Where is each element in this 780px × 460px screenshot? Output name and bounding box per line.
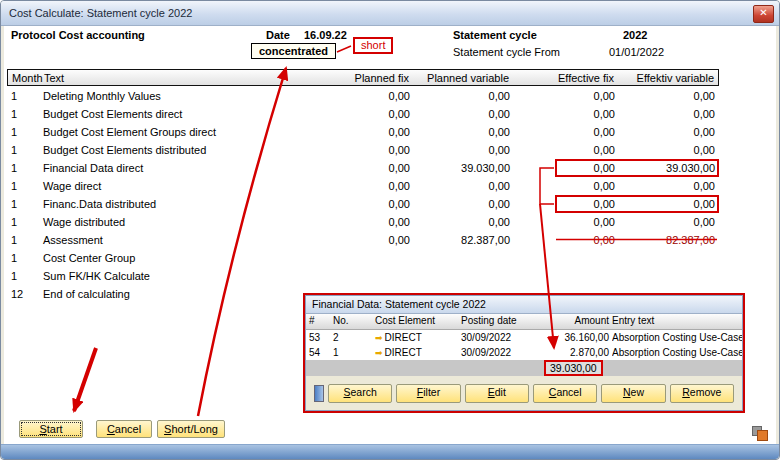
popup-corner-button[interactable] bbox=[314, 385, 324, 402]
cell-effective-fix: 0,00 bbox=[514, 213, 619, 231]
cell-planned-fix bbox=[329, 249, 414, 267]
app-window: Cost Calculate: Statement cycle 2022 ✕ P… bbox=[0, 0, 780, 460]
cell-planned-fix: 0,00 bbox=[329, 231, 414, 249]
date-label: Date bbox=[266, 29, 290, 41]
cost-element-text: DIRECT bbox=[385, 332, 422, 343]
cell-effektiv-variable: 0,00 bbox=[619, 87, 719, 105]
cell-planned-fix: 0,00 bbox=[329, 195, 414, 213]
search-button-label: Search bbox=[329, 385, 391, 400]
cell-effective-fix: 0,00 bbox=[514, 123, 619, 141]
table-row[interactable]: 1 Sum FK/HK Calculate bbox=[7, 267, 719, 285]
cell-effective-fix: 0,00 bbox=[514, 231, 619, 249]
annotation-short-label: short bbox=[353, 37, 393, 54]
popup-title-bar: Financial Data: Statement cycle 2022 bbox=[306, 296, 742, 314]
popup-sum-value: 39.030,00 bbox=[544, 360, 603, 376]
popup-table-row[interactable]: 53 2 ➡DIRECT 30/09/2022 36.160,00 Absorp… bbox=[306, 330, 742, 345]
protocol-title: Protocol Cost accounting bbox=[11, 29, 145, 41]
statement-cycle-from-label: Statement cycle From bbox=[453, 46, 560, 58]
table-row[interactable]: 1 Budget Cost Element Groups direct 0,00… bbox=[7, 123, 719, 141]
popup-cell-id: 54 bbox=[306, 345, 330, 360]
cell-month: 1 bbox=[7, 267, 41, 285]
table-row[interactable]: 1 Budget Cost Elements distributed 0,00 … bbox=[7, 141, 719, 159]
cell-effective-fix: 0,00 bbox=[514, 87, 619, 105]
short-long-button-label: Short/Long bbox=[158, 421, 224, 437]
start-button-label: Start bbox=[20, 421, 82, 437]
popup-cancel-button-label: Cancel bbox=[534, 385, 596, 400]
popup-cell-posting-date: 30/09/2022 bbox=[458, 330, 550, 345]
cell-effective-fix: 0,00 bbox=[514, 105, 619, 123]
cell-planned-variable bbox=[414, 249, 514, 267]
cell-month: 12 bbox=[7, 285, 41, 303]
cell-planned-variable: 0,00 bbox=[414, 87, 514, 105]
filter-button-label: Filter bbox=[397, 385, 459, 400]
table-row[interactable]: 1 Budget Cost Elements direct 0,00 0,00 … bbox=[7, 105, 719, 123]
table-row[interactable]: 1 Wage direct 0,00 0,00 0,00 0,00 bbox=[7, 177, 719, 195]
table-row[interactable]: 1 Financ.Data distributed 0,00 0,00 0,00… bbox=[7, 195, 719, 213]
popup-col-no: No. bbox=[330, 314, 372, 329]
col-effektiv-variable: Effektiv variable bbox=[618, 70, 718, 86]
cell-text: Financial Data direct bbox=[41, 159, 329, 177]
popup-cell-cost-element: ➡DIRECT bbox=[372, 345, 458, 360]
window-bottom-bar bbox=[1, 444, 779, 459]
popup-col-posting-date: Posting date bbox=[458, 314, 550, 329]
cell-effektiv-variable: 39.030,00 bbox=[619, 159, 719, 177]
cell-month: 1 bbox=[7, 195, 41, 213]
cell-text: Budget Cost Elements direct bbox=[41, 105, 329, 123]
table-row[interactable]: 1 Financial Data direct 0,00 39.030,00 0… bbox=[7, 159, 719, 177]
popup-cell-entry-text: Absorption Costing Use-Case bbox=[612, 345, 742, 360]
cell-planned-variable: 0,00 bbox=[414, 105, 514, 123]
cell-month: 1 bbox=[7, 123, 41, 141]
statement-cycle-label: Statement cycle bbox=[453, 29, 537, 41]
start-button[interactable]: Start bbox=[19, 420, 83, 438]
cell-effektiv-variable bbox=[619, 267, 719, 285]
popup-cell-no: 2 bbox=[330, 330, 372, 345]
popup-col-id: # bbox=[306, 314, 330, 329]
cost-element-text: DIRECT bbox=[385, 347, 422, 358]
cell-effective-fix bbox=[514, 267, 619, 285]
mode-field: concentrated bbox=[251, 43, 336, 59]
table-row[interactable]: 1 Cost Center Group bbox=[7, 249, 719, 267]
popup-table-row[interactable]: 54 1 ➡DIRECT 30/09/2022 2.870,00 Absorpt… bbox=[306, 345, 742, 360]
resize-grip-icon[interactable] bbox=[751, 425, 769, 442]
remove-button-label: Remove bbox=[671, 385, 733, 400]
cell-month: 1 bbox=[7, 213, 41, 231]
popup-col-cost-element: Cost Element bbox=[372, 314, 458, 329]
cancel-button[interactable]: Cancel bbox=[96, 420, 152, 438]
cell-planned-fix: 0,00 bbox=[329, 213, 414, 231]
popup-cell-id: 53 bbox=[306, 330, 330, 345]
cell-text: Wage distributed bbox=[41, 213, 329, 231]
col-month: Month bbox=[8, 70, 42, 86]
popup-table-header: # No. Cost Element Posting date Amount E… bbox=[306, 314, 742, 330]
table-row[interactable]: 1 Wage distributed 0,00 0,00 0,00 0,00 bbox=[7, 213, 719, 231]
cell-planned-variable: 0,00 bbox=[414, 213, 514, 231]
col-planned-variable: Planned variable bbox=[413, 70, 513, 86]
cell-planned-fix: 0,00 bbox=[329, 141, 414, 159]
cell-text: Financ.Data distributed bbox=[41, 195, 329, 213]
cell-effective-fix bbox=[514, 249, 619, 267]
popup-col-entry-text: Entry text bbox=[612, 314, 742, 329]
cell-text: Sum FK/HK Calculate bbox=[41, 267, 329, 285]
new-button[interactable]: New bbox=[601, 384, 665, 403]
window-title: Cost Calculate: Statement cycle 2022 bbox=[9, 7, 192, 19]
date-value: 16.09.22 bbox=[304, 29, 347, 41]
cell-planned-variable: 0,00 bbox=[414, 195, 514, 213]
search-button[interactable]: Search bbox=[328, 384, 392, 403]
table-row[interactable]: 1 Deleting Monthly Values 0,00 0,00 0,00… bbox=[7, 87, 719, 105]
popup-button-row: Search Filter Edit Cancel New Remove bbox=[306, 385, 742, 402]
edit-button[interactable]: Edit bbox=[465, 384, 529, 403]
popup-cell-cost-element: ➡DIRECT bbox=[372, 330, 458, 345]
cell-text: Budget Cost Element Groups direct bbox=[41, 123, 329, 141]
cell-planned-fix: 0,00 bbox=[329, 159, 414, 177]
cell-planned-fix: 0,00 bbox=[329, 177, 414, 195]
cell-month: 1 bbox=[7, 249, 41, 267]
remove-button[interactable]: Remove bbox=[670, 384, 734, 403]
popup-col-amount: Amount bbox=[550, 314, 612, 329]
col-text: Text bbox=[42, 70, 328, 86]
short-long-button[interactable]: Short/Long bbox=[157, 420, 225, 438]
cell-planned-variable: 0,00 bbox=[414, 177, 514, 195]
cell-effective-fix: 0,00 bbox=[514, 141, 619, 159]
table-row[interactable]: 1 Assessment 0,00 82.387,00 0,00 82.387,… bbox=[7, 231, 719, 249]
close-button[interactable]: ✕ bbox=[753, 5, 774, 23]
popup-cancel-button[interactable]: Cancel bbox=[533, 384, 597, 403]
filter-button[interactable]: Filter bbox=[396, 384, 460, 403]
